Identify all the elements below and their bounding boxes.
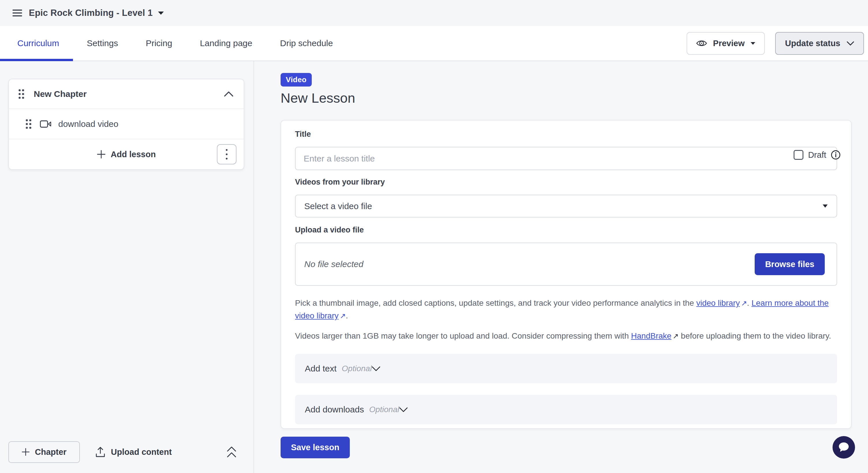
tab-pricing[interactable]: Pricing [132, 26, 186, 61]
compression-help-text: Videos larger than 1GB may take longer t… [295, 330, 837, 342]
chapter-card: New Chapter download video [8, 79, 244, 170]
chapter-header[interactable]: New Chapter [9, 79, 244, 109]
lesson-editor: Video New Lesson Draft Title Videos from… [254, 61, 868, 473]
add-text-section[interactable]: Add text Optional [295, 354, 837, 383]
video-library-help-text: Pick a thumbnail image, add closed capti… [295, 297, 837, 322]
sidebar-footer: Chapter Upload content [0, 434, 253, 473]
lesson-title-input[interactable] [295, 147, 837, 170]
chat-bubble-icon [838, 442, 850, 453]
plus-icon [97, 150, 105, 159]
handbrake-link[interactable]: HandBrake [631, 332, 671, 340]
chevron-down-icon [399, 407, 408, 412]
caret-down-icon [750, 42, 755, 45]
preview-button[interactable]: Preview [687, 32, 765, 55]
upload-field-label: Upload a video file [295, 225, 837, 234]
course-tabbar: Curriculum Settings Pricing Landing page… [0, 26, 868, 61]
external-link-icon: ↗ [740, 297, 747, 310]
app-header: Epic Rock Climbing - Level 1 [0, 0, 868, 26]
add-chapter-button[interactable]: Chapter [8, 441, 80, 463]
upload-icon [95, 446, 105, 458]
lesson-title: download video [58, 119, 119, 129]
external-link-icon: ↗ [339, 310, 346, 322]
draft-toggle-row: Draft [794, 150, 841, 160]
add-downloads-section[interactable]: Add downloads Optional [295, 395, 837, 424]
select-caret-icon [823, 204, 828, 208]
lesson-item[interactable]: download video [9, 109, 244, 139]
drag-handle-icon[interactable] [18, 89, 25, 99]
video-library-link[interactable]: video library [696, 298, 740, 308]
select-value: Select a video file [304, 201, 372, 211]
plus-icon [22, 448, 30, 456]
draft-checkbox[interactable] [794, 150, 803, 160]
update-status-button[interactable]: Update status [775, 32, 864, 55]
collapse-chapter-icon[interactable] [224, 91, 233, 97]
product-switcher[interactable]: Epic Rock Climbing - Level 1 [29, 8, 164, 18]
file-dropzone[interactable]: No file selected Browse files [295, 243, 837, 286]
double-chevron-up-icon [226, 446, 237, 458]
draft-label: Draft [808, 150, 826, 160]
tab-drip-schedule[interactable]: Drip schedule [266, 26, 347, 61]
video-camera-icon [40, 120, 51, 128]
tab-settings[interactable]: Settings [73, 26, 132, 61]
library-field-label: Videos from your library [295, 178, 837, 187]
video-library-select[interactable]: Select a video file [295, 195, 837, 217]
kebab-icon [226, 149, 227, 159]
product-title: Epic Rock Climbing - Level 1 [29, 8, 153, 18]
chevron-down-icon [372, 366, 380, 371]
add-lesson-row: Add lesson [9, 139, 244, 169]
info-icon[interactable] [831, 150, 841, 160]
lesson-form-card: Title Videos from your library Select a … [281, 120, 851, 429]
lesson-page-title: New Lesson [281, 90, 868, 106]
caret-down-icon [158, 11, 164, 15]
chat-widget-button[interactable] [833, 436, 855, 459]
tab-curriculum[interactable]: Curriculum [0, 26, 73, 61]
drag-handle-icon[interactable] [25, 119, 32, 129]
collapse-all-button[interactable] [226, 446, 237, 458]
lesson-type-badge: Video [281, 73, 312, 87]
chapter-title: New Chapter [34, 89, 87, 99]
chevron-down-icon [847, 41, 854, 45]
save-lesson-button[interactable]: Save lesson [281, 437, 350, 458]
upload-content-button[interactable]: Upload content [94, 446, 174, 458]
add-lesson-button[interactable]: Add lesson [9, 139, 244, 169]
no-file-text: No file selected [304, 259, 363, 269]
tab-landing-page[interactable]: Landing page [186, 26, 266, 61]
tab-list: Curriculum Settings Pricing Landing page… [0, 26, 347, 61]
header-actions: Preview Update status [687, 26, 868, 61]
external-link-icon: ↗ [671, 330, 679, 342]
browse-files-button[interactable]: Browse files [755, 253, 825, 275]
curriculum-sidebar: New Chapter download video [0, 61, 254, 473]
eye-icon [696, 39, 707, 47]
chapter-options-button[interactable] [217, 144, 237, 164]
content-area: New Chapter download video [0, 61, 868, 473]
title-field-label: Title [295, 130, 837, 139]
hamburger-menu-icon[interactable] [11, 7, 24, 19]
